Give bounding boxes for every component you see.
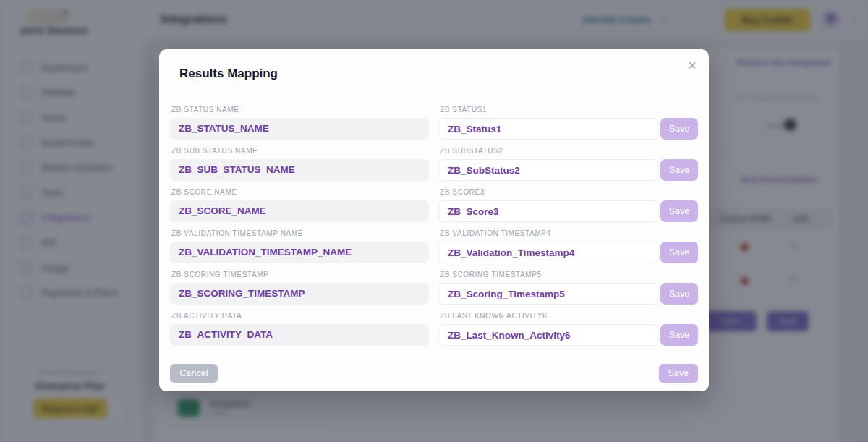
target-field-input[interactable] bbox=[438, 324, 659, 346]
mapping-target-field: ZB STATUS1 Save bbox=[438, 106, 698, 140]
mapping-source-field: ZB ACTIVITY DATA ZB_ACTIVITY_DATA bbox=[170, 312, 429, 346]
row-save-button[interactable]: Save bbox=[660, 118, 698, 140]
mapping-source-field: ZB SUB STATUS NAME ZB_SUB_STATUS_NAME bbox=[170, 147, 429, 181]
target-field-input[interactable] bbox=[438, 242, 659, 263]
target-field-input[interactable] bbox=[438, 159, 659, 181]
field-label: ZB LAST KNOWN ACTIVITY6 bbox=[440, 312, 698, 320]
mapping-target-field: ZB LAST KNOWN ACTIVITY6 Save bbox=[438, 312, 698, 346]
mapping-source-field: ZB SCORING TIMESTAMP ZB_SCORING_TIMESTAM… bbox=[170, 271, 429, 305]
target-field-input[interactable] bbox=[438, 283, 659, 305]
row-save-button[interactable]: Save bbox=[660, 159, 698, 181]
source-field-value: ZB_SCORING_TIMESTAMP bbox=[170, 283, 429, 305]
modal-title: Results Mapping bbox=[179, 67, 278, 80]
field-label: ZB ACTIVITY DATA bbox=[171, 312, 429, 320]
field-label: ZB SCORING TIMESTAMP5 bbox=[440, 271, 698, 279]
mapping-target-field: ZB VALIDATION TIMESTAMP4 Save bbox=[438, 229, 698, 263]
field-label: ZB STATUS NAME bbox=[171, 106, 429, 114]
source-field-value: ZB_STATUS_NAME bbox=[170, 118, 429, 140]
source-field-value: ZB_SCORE_NAME bbox=[170, 200, 429, 222]
field-label: ZB VALIDATION TIMESTAMP4 bbox=[440, 229, 698, 237]
row-save-button[interactable]: Save bbox=[660, 283, 698, 305]
field-label: ZB SCORE NAME bbox=[171, 188, 429, 196]
source-field-value: ZB_SUB_STATUS_NAME bbox=[170, 159, 429, 181]
mapping-target-field: ZB SCORE3 Save bbox=[438, 188, 698, 222]
mapping-target-field: ZB SCORING TIMESTAMP5 Save bbox=[438, 271, 698, 305]
results-mapping-modal: × Results Mapping ZB STATUS NAME ZB_STAT… bbox=[159, 49, 709, 391]
mapping-grid: ZB STATUS NAME ZB_STATUS_NAME ZB STATUS1… bbox=[159, 93, 709, 353]
source-field-value: ZB_VALIDATION_TIMESTAMP_NAME bbox=[170, 242, 429, 263]
field-label: ZB SCORING TIMESTAMP bbox=[171, 271, 429, 279]
cancel-button[interactable]: Cancel bbox=[170, 364, 218, 383]
row-save-button[interactable]: Save bbox=[660, 242, 698, 263]
field-label: ZB STATUS1 bbox=[440, 106, 698, 114]
close-icon[interactable]: × bbox=[684, 57, 699, 73]
field-label: ZB SUB STATUS NAME bbox=[171, 147, 429, 155]
field-label: ZB SUBSTATUS2 bbox=[440, 147, 698, 155]
target-field-input[interactable] bbox=[438, 118, 659, 140]
mapping-source-field: ZB STATUS NAME ZB_STATUS_NAME bbox=[170, 106, 429, 140]
mapping-source-field: ZB SCORE NAME ZB_SCORE_NAME bbox=[170, 188, 429, 222]
source-field-value: ZB_ACTIVITY_DATA bbox=[170, 324, 429, 346]
field-label: ZB SCORE3 bbox=[440, 188, 698, 196]
row-save-button[interactable]: Save bbox=[660, 324, 698, 346]
mapping-source-field: ZB VALIDATION TIMESTAMP NAME ZB_VALIDATI… bbox=[170, 229, 429, 263]
modal-footer: Cancel Save bbox=[159, 354, 709, 391]
target-field-input[interactable] bbox=[438, 200, 659, 222]
row-save-button[interactable]: Save bbox=[660, 200, 698, 222]
field-label: ZB VALIDATION TIMESTAMP NAME bbox=[171, 229, 429, 237]
save-button[interactable]: Save bbox=[659, 364, 698, 383]
mapping-target-field: ZB SUBSTATUS2 Save bbox=[438, 147, 698, 181]
